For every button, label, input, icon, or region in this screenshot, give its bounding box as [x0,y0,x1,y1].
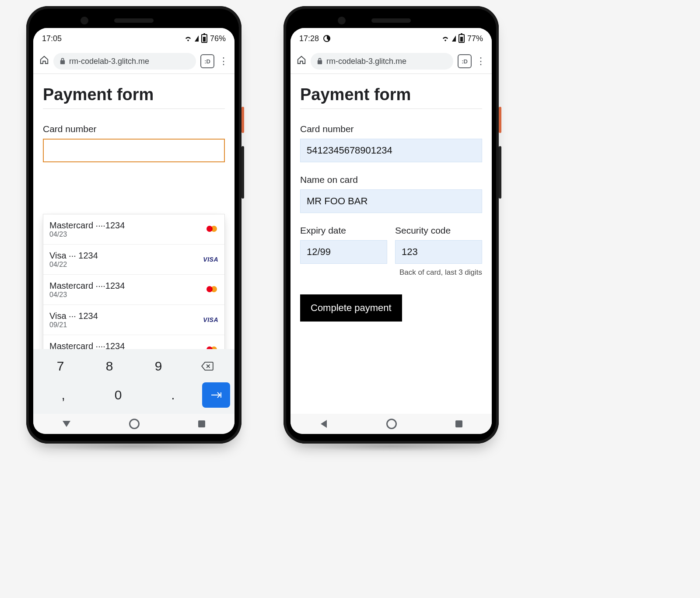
battery-percent: 77% [467,34,483,43]
divider [43,108,225,109]
screen-right: 17:28 77% rm-codelab-3.glitch.me [290,28,492,434]
tab-count[interactable]: :D [458,54,472,68]
more-icon[interactable]: ⋮ [219,56,228,66]
card-number-label: Card number [300,124,482,134]
battery-percent: 76% [210,34,226,43]
nav-back[interactable] [63,421,70,427]
complete-payment-button[interactable]: Complete payment [300,294,402,322]
autofill-card-option[interactable]: Visa ··· 123404/22VISA [43,244,224,274]
screen-left: 17:05 76% rm-codelab-3.glitch.me :D [33,28,234,434]
android-nav-bar [290,414,492,434]
nav-recent[interactable] [198,420,205,427]
status-time: 17:05 [42,34,62,43]
nav-home[interactable] [129,419,140,429]
key-8[interactable]: 8 [87,353,132,379]
lock-icon [60,58,66,65]
key-comma[interactable]: , [38,382,89,408]
card-option-primary: Visa ··· 1234 [49,251,199,261]
card-option-expiry: 04/23 [49,231,201,238]
name-input[interactable] [300,189,482,213]
wifi-icon [184,35,192,42]
url-text: rm-codelab-3.glitch.me [69,57,149,66]
divider [300,108,482,109]
key-9[interactable]: 9 [136,353,181,379]
volume-button [242,146,244,199]
status-bar: 17:05 76% [33,28,234,49]
browser-toolbar: rm-codelab-3.glitch.me :D ⋮ [290,49,492,74]
nav-recent[interactable] [455,420,462,427]
expiry-label: Expiry date [300,225,387,236]
visa-icon: VISA [203,256,218,263]
cvc-input[interactable] [395,240,482,264]
cvc-label: Security code [395,225,482,236]
signal-icon [195,35,199,42]
expiry-input[interactable] [300,240,387,264]
autofill-card-option[interactable]: Mastercard ····123404/23 [43,274,224,304]
lock-icon [317,58,323,65]
address-bar[interactable]: rm-codelab-3.glitch.me [311,53,453,70]
cvc-hint: Back of card, last 3 digits [395,268,482,277]
tab-count[interactable]: :D [200,54,214,68]
data-saver-icon [323,35,330,42]
phone-frame-right: 17:28 77% rm-codelab-3.glitch.me [284,6,499,444]
page-title: Payment form [43,85,225,104]
nav-back[interactable] [321,420,327,428]
speaker-grille [114,18,154,23]
card-option-expiry: 04/23 [49,291,201,299]
key-7[interactable]: 7 [38,353,83,379]
autofill-card-option[interactable]: Visa ··· 123409/21VISA [43,304,224,335]
card-option-expiry: 04/22 [49,261,199,269]
page-title: Payment form [300,85,482,104]
nav-home[interactable] [386,419,397,429]
wifi-icon [441,35,449,42]
home-icon[interactable] [39,55,49,67]
android-nav-bar [33,414,234,434]
status-time: 17:28 [299,34,319,43]
card-number-input[interactable] [300,139,482,162]
phone-frame-left: 17:05 76% rm-codelab-3.glitch.me :D [26,6,242,444]
key-dot[interactable]: . [147,382,199,408]
power-button [242,107,244,133]
more-icon[interactable]: ⋮ [476,56,486,66]
mastercard-icon [205,225,218,234]
page-content: Payment form Card number Mastercard ····… [33,74,234,162]
address-bar[interactable]: rm-codelab-3.glitch.me [53,53,196,70]
card-option-primary: Mastercard ····1234 [49,281,201,291]
name-label: Name on card [300,175,482,185]
status-bar: 17:28 77% [290,28,492,49]
card-option-primary: Mastercard ····1234 [49,220,201,231]
card-number-input[interactable] [43,139,225,162]
battery-icon [458,34,465,43]
visa-icon: VISA [203,316,218,323]
signal-icon [452,35,456,42]
battery-icon [201,34,207,43]
status-icons: 77% [441,34,483,43]
home-icon[interactable] [297,55,306,67]
numeric-keypad: 7 8 9 , 0 . [33,349,234,414]
autofill-card-option[interactable]: Mastercard ····123404/23 [43,214,224,244]
url-text: rm-codelab-3.glitch.me [326,57,406,66]
mastercard-icon [205,285,218,294]
power-button [499,107,501,133]
page-content: Payment form Card number Name on card Ex… [290,74,492,322]
front-camera [80,17,88,24]
key-enter[interactable] [202,382,230,408]
card-number-label: Card number [43,124,225,134]
card-option-expiry: 09/21 [49,321,199,329]
browser-toolbar: rm-codelab-3.glitch.me :D ⋮ [33,49,234,74]
card-option-primary: Visa ··· 1234 [49,311,199,321]
front-camera [338,17,346,24]
volume-button [499,146,501,199]
key-backspace[interactable] [185,353,230,379]
status-icons: 76% [184,34,226,43]
speaker-grille [371,18,411,23]
key-0[interactable]: 0 [92,382,144,408]
